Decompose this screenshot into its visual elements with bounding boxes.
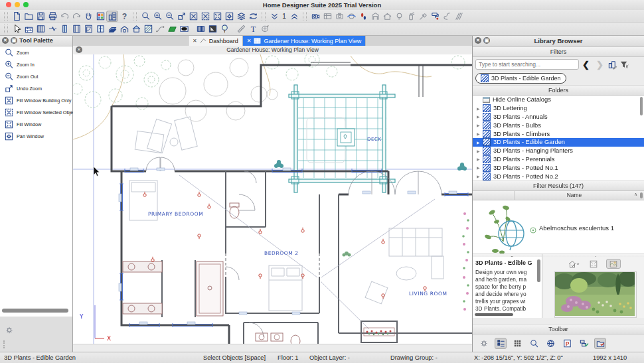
panel-settings-icon[interactable] bbox=[478, 338, 490, 349]
terrain-icon[interactable] bbox=[166, 23, 178, 35]
disclosure-triangle[interactable]: ▶ bbox=[477, 106, 483, 111]
details-vscrollbar[interactable] bbox=[537, 259, 540, 282]
folder-3d-plants-perennials[interactable]: ▶ 3D Plants - Perennials bbox=[473, 155, 644, 164]
folders-scrollbar[interactable] bbox=[640, 97, 643, 115]
fencing-icon[interactable] bbox=[195, 23, 206, 35]
details-hscrollbar[interactable] bbox=[475, 313, 513, 316]
folder-confirm-icon[interactable] bbox=[594, 338, 606, 349]
disclosure-triangle[interactable]: ▶ bbox=[477, 123, 483, 127]
marker-icon[interactable] bbox=[259, 23, 271, 35]
swap-views-icon[interactable] bbox=[247, 11, 259, 22]
sort-ascending-icon[interactable]: ∧ bbox=[634, 192, 637, 197]
folder-3d-plants-bulbs[interactable]: ▶ 3D Plants - Bulbs bbox=[473, 121, 644, 129]
folder-3d-plants-edible-garden[interactable]: ▶ 3D Plants - Edible Garden bbox=[473, 138, 644, 147]
close-view-icon[interactable]: ✕ bbox=[76, 46, 82, 53]
cabinet-icon[interactable] bbox=[94, 23, 106, 35]
curve-tool-icon[interactable] bbox=[441, 11, 453, 22]
toolbar-grip[interactable] bbox=[303, 12, 307, 21]
picture-view-icon[interactable] bbox=[206, 23, 218, 35]
zoom-tool-icon[interactable] bbox=[139, 11, 151, 22]
tab-dashboard[interactable]: ✕ Dashboard bbox=[189, 36, 243, 46]
folder-3d-lettering[interactable]: ▶ 3D Lettering bbox=[473, 104, 644, 113]
tool-fill-window-building-only[interactable]: Fill Window Building Only bbox=[0, 94, 72, 106]
zoom-out-icon[interactable] bbox=[163, 11, 175, 22]
undo-zoom-icon[interactable] bbox=[175, 11, 187, 22]
toolbar-grip[interactable] bbox=[262, 12, 266, 21]
library-edit-icon[interactable] bbox=[607, 59, 619, 70]
open-icon[interactable] bbox=[23, 11, 35, 22]
library-search-icon[interactable] bbox=[528, 338, 540, 349]
tool-zoom-out[interactable]: Zoom Out bbox=[0, 70, 72, 82]
hatch-tool-icon[interactable] bbox=[453, 11, 465, 22]
tree-icon[interactable] bbox=[218, 23, 230, 35]
fill-window-selected-objects-icon[interactable] bbox=[199, 11, 211, 22]
core-catalogs-icon[interactable] bbox=[544, 338, 556, 349]
close-tab-icon[interactable]: ✕ bbox=[247, 38, 252, 44]
disclosure-triangle[interactable]: ▶ bbox=[477, 140, 483, 145]
tool-palette-scrollbar[interactable] bbox=[2, 309, 68, 313]
door-tool-icon[interactable] bbox=[70, 23, 82, 35]
wall-icon[interactable] bbox=[23, 23, 35, 35]
sprinkler-icon[interactable] bbox=[154, 23, 166, 35]
help-icon[interactable]: ? bbox=[118, 11, 130, 22]
save-icon[interactable] bbox=[35, 11, 46, 22]
folder-organize-icon[interactable] bbox=[578, 338, 590, 349]
layers-icon[interactable] bbox=[235, 11, 247, 22]
disclosure-triangle[interactable]: ▶ bbox=[477, 174, 483, 179]
fill-preview-icon[interactable] bbox=[586, 259, 601, 269]
text-tool-icon[interactable]: T bbox=[247, 23, 259, 35]
plan-materials-icon[interactable]: P bbox=[561, 338, 573, 349]
thumbnail-column[interactable] bbox=[473, 191, 515, 200]
lighting-icon[interactable] bbox=[393, 11, 405, 22]
roof-icon[interactable] bbox=[106, 23, 118, 35]
tool-zoom-in[interactable]: Zoom In bbox=[0, 58, 72, 70]
window-tool-icon[interactable] bbox=[58, 23, 70, 35]
pan-window-icon[interactable] bbox=[223, 11, 235, 22]
folder-3d-plants-potted-no2[interactable]: ▶ 3D Plants - Potted No.2 bbox=[473, 172, 644, 181]
tool-fill-window[interactable]: Fill Window bbox=[0, 118, 72, 130]
preferences-icon[interactable] bbox=[94, 11, 106, 22]
back-icon[interactable]: ❮ bbox=[582, 60, 590, 70]
tool-fill-window-selected-objects[interactable]: Fill Window Selected Objects bbox=[0, 106, 72, 118]
tab-plan-view[interactable]: ✕ Gardener House: Working Plan View bbox=[243, 36, 366, 46]
disclosure-triangle[interactable]: ▶ bbox=[477, 114, 483, 119]
zoom-in-icon[interactable] bbox=[151, 11, 163, 22]
filter-funnel-icon[interactable] bbox=[619, 59, 631, 70]
undock-panel-icon[interactable]: ▣ bbox=[483, 37, 490, 44]
framing-icon[interactable] bbox=[369, 11, 381, 22]
render-preview-icon[interactable] bbox=[606, 259, 621, 269]
break-wall-icon[interactable] bbox=[46, 23, 58, 35]
grid-view-icon[interactable] bbox=[511, 338, 523, 349]
tool-pan-window[interactable]: Pan Window bbox=[0, 130, 72, 142]
floor-indicator[interactable]: 1 bbox=[280, 13, 288, 20]
eyedropper-icon[interactable] bbox=[417, 11, 429, 22]
folder-3d-plants-hanging-planters[interactable]: ▶ 3D Plants - Hanging Planters bbox=[473, 147, 644, 155]
palette-settings-icon[interactable] bbox=[3, 325, 15, 336]
disclosure-triangle[interactable]: ▶ bbox=[477, 165, 483, 170]
material-painter-icon[interactable] bbox=[429, 11, 441, 22]
tool-zoom[interactable]: Zoom bbox=[0, 46, 72, 58]
dormer-icon[interactable] bbox=[118, 23, 130, 35]
select-objects-icon[interactable] bbox=[11, 23, 23, 35]
railing-icon[interactable] bbox=[35, 23, 46, 35]
folder-hide-online-catalogs[interactable]: Hide Online Catalogs bbox=[473, 96, 644, 104]
spray-plants-icon[interactable] bbox=[405, 11, 417, 22]
filter-chip[interactable]: 3D Plants - Edible Garden bbox=[475, 73, 566, 84]
close-panel-icon[interactable]: ✕ bbox=[475, 37, 481, 44]
toolbar-grip[interactable] bbox=[133, 12, 137, 21]
forward-icon[interactable]: ❯ bbox=[596, 60, 604, 70]
folder-3d-plants-potted-no1[interactable]: ▶ 3D Plants - Potted No.1 bbox=[473, 163, 644, 172]
disclosure-triangle[interactable]: ▶ bbox=[477, 131, 483, 136]
results-scrollbar[interactable] bbox=[640, 192, 643, 198]
close-panel-icon[interactable]: ✕ bbox=[2, 37, 9, 44]
doorway-icon[interactable] bbox=[82, 23, 94, 35]
fill-window-icon[interactable] bbox=[211, 11, 223, 22]
dimension-icon[interactable] bbox=[235, 23, 247, 35]
result-item[interactable]: Abelmoschus esculentus 1 bbox=[539, 224, 614, 232]
redo-icon[interactable] bbox=[70, 11, 82, 22]
wall-material-icon[interactable] bbox=[381, 11, 393, 22]
plan-canvas[interactable]: PRIMARY BEDROOM BEDROOM 2 LIVING ROOM DE… bbox=[73, 54, 472, 344]
drag-grip[interactable] bbox=[3, 340, 6, 348]
fill-window-building-only-icon[interactable] bbox=[187, 11, 199, 22]
list-view-icon[interactable] bbox=[495, 338, 507, 349]
